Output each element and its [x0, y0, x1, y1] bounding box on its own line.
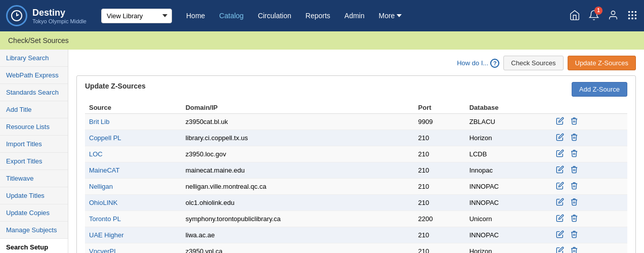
source-database: ZBLACU	[465, 114, 550, 130]
source-domain: nelligan.ville.montreal.qc.ca	[182, 179, 414, 195]
nav-catalog[interactable]: Catalog	[213, 9, 249, 23]
sidebar-item-import-titles[interactable]: Import Titles	[0, 136, 68, 153]
table-row: Coppell PL library.ci.coppell.tx.us 210 …	[85, 130, 627, 146]
source-domain: liwa.ac.ae	[182, 227, 414, 243]
edit-icon[interactable]	[554, 198, 568, 208]
sidebar-item-update-copies[interactable]: Update Copies	[0, 204, 68, 222]
delete-icon[interactable]	[568, 150, 580, 160]
source-database: Horizon	[465, 130, 550, 146]
svg-point-9	[631, 17, 633, 19]
add-z-source-button[interactable]: Add Z-Source	[572, 82, 627, 97]
source-database: Unicorn	[465, 211, 550, 227]
nav-reports[interactable]: Reports	[299, 9, 336, 23]
delete-icon[interactable]	[568, 134, 580, 144]
sidebar-item-add-title[interactable]: Add Title	[0, 101, 68, 118]
sidebar-item-library-search[interactable]: Library Search	[0, 50, 68, 67]
table-row: Toronto PL symphony.torontopubliclibrary…	[85, 211, 627, 227]
source-domain: z3950cat.bl.uk	[182, 114, 414, 130]
edit-icon[interactable]	[554, 182, 568, 192]
source-actions	[550, 114, 627, 130]
zsources-header: Update Z-Sources Add Z-Source	[85, 82, 627, 97]
source-actions	[550, 211, 627, 227]
delete-icon[interactable]	[568, 117, 580, 128]
view-library-selector[interactable]: View Library View District	[101, 9, 172, 23]
table-row: UAE Higher liwa.ac.ae 210 INNOPAC	[85, 227, 627, 243]
col-port: Port	[414, 102, 465, 114]
sidebar-item-update-titles[interactable]: Update Titles	[0, 187, 68, 204]
edit-icon[interactable]	[554, 150, 568, 160]
how-do-i-link[interactable]: How do I... ?	[457, 59, 499, 68]
table-row: LOC z3950.loc.gov 210 LCDB	[85, 146, 627, 162]
delete-icon[interactable]	[568, 231, 580, 241]
source-name: MaineCAT	[85, 162, 182, 179]
sources-table: Source Domain/IP Port Database Brit Lib …	[85, 102, 627, 253]
school-icon[interactable]	[569, 10, 580, 22]
top-actions: How do I... ? Check Sources Update Z-Sou…	[76, 56, 636, 70]
apps-grid-icon[interactable]	[627, 10, 638, 22]
source-actions	[550, 227, 627, 243]
col-actions	[550, 102, 627, 114]
table-row: MaineCAT mainecat.maine.edu 210 Innopac	[85, 162, 627, 179]
delete-icon[interactable]	[568, 215, 580, 225]
update-z-sources-button[interactable]: Update Z-Sources	[568, 56, 636, 70]
edit-icon[interactable]	[554, 117, 568, 128]
source-domain: library.ci.coppell.tx.us	[182, 130, 414, 146]
nav-icons: 1	[569, 10, 638, 22]
edit-icon[interactable]	[554, 166, 568, 176]
sidebar-item-export-titles[interactable]: Export Titles	[0, 153, 68, 170]
sidebar-item-webpath-express[interactable]: WebPath Express	[0, 67, 68, 84]
check-sources-button[interactable]: Check Sources	[503, 56, 563, 70]
top-navigation: Destiny Tokyo Olympic Middle View Librar…	[0, 0, 644, 31]
nav-home[interactable]: Home	[180, 9, 211, 23]
user-avatar-icon[interactable]	[608, 10, 619, 22]
nav-admin[interactable]: Admin	[338, 9, 371, 23]
delete-icon[interactable]	[568, 198, 580, 208]
source-port: 210	[414, 162, 465, 179]
source-actions	[550, 146, 627, 162]
delete-icon[interactable]	[568, 247, 580, 253]
svg-point-5	[628, 14, 630, 16]
table-row: VncverPL z3950.vpl.ca 210 Horizon	[85, 243, 627, 254]
source-domain: mainecat.maine.edu	[182, 162, 414, 179]
sidebar-item-titlewave[interactable]: Titlewave	[0, 170, 68, 187]
source-port: 210	[414, 130, 465, 146]
source-name: Brit Lib	[85, 114, 182, 130]
sidebar-item-standards-search[interactable]: Standards Search	[0, 84, 68, 101]
delete-icon[interactable]	[568, 166, 580, 176]
brand-name: Destiny	[32, 8, 87, 18]
source-name: Coppell PL	[85, 130, 182, 146]
source-name: LOC	[85, 146, 182, 162]
edit-icon[interactable]	[554, 231, 568, 241]
source-database: Horizon	[465, 243, 550, 254]
help-circle-icon: ?	[490, 59, 499, 68]
source-actions	[550, 243, 627, 254]
notification-bell-icon[interactable]: 1	[588, 10, 599, 22]
source-port: 210	[414, 227, 465, 243]
source-database: INNOPAC	[465, 227, 550, 243]
brand-text: Destiny Tokyo Olympic Middle	[32, 8, 87, 24]
source-port: 210	[414, 243, 465, 254]
source-domain: z3950.vpl.ca	[182, 243, 414, 254]
source-database: INNOPAC	[465, 195, 550, 211]
sidebar: Library Search WebPath Express Standards…	[0, 50, 68, 253]
nav-circulation[interactable]: Circulation	[252, 9, 297, 23]
source-name: UAE Higher	[85, 227, 182, 243]
nav-links: Home Catalog Circulation Reports Admin M…	[180, 9, 565, 23]
nav-more[interactable]: More	[372, 9, 408, 23]
sidebar-item-manage-subjects[interactable]: Manage Subjects	[0, 222, 68, 239]
col-database: Database	[465, 102, 550, 114]
source-domain: symphony.torontopubliclibrary.ca	[182, 211, 414, 227]
table-row: OhioLINK olc1.ohiolink.edu 210 INNOPAC	[85, 195, 627, 211]
chevron-down-icon	[397, 14, 402, 17]
edit-icon[interactable]	[554, 134, 568, 144]
source-domain: olc1.ohiolink.edu	[182, 195, 414, 211]
edit-icon[interactable]	[554, 247, 568, 253]
svg-point-7	[635, 14, 637, 16]
source-name: Nelligan	[85, 179, 182, 195]
col-domain: Domain/IP	[182, 102, 414, 114]
sidebar-item-resource-lists[interactable]: Resource Lists	[0, 118, 68, 136]
sidebar-item-search-setup[interactable]: Search Setup	[0, 239, 68, 253]
edit-icon[interactable]	[554, 215, 568, 225]
svg-point-4	[635, 11, 637, 13]
delete-icon[interactable]	[568, 182, 580, 192]
